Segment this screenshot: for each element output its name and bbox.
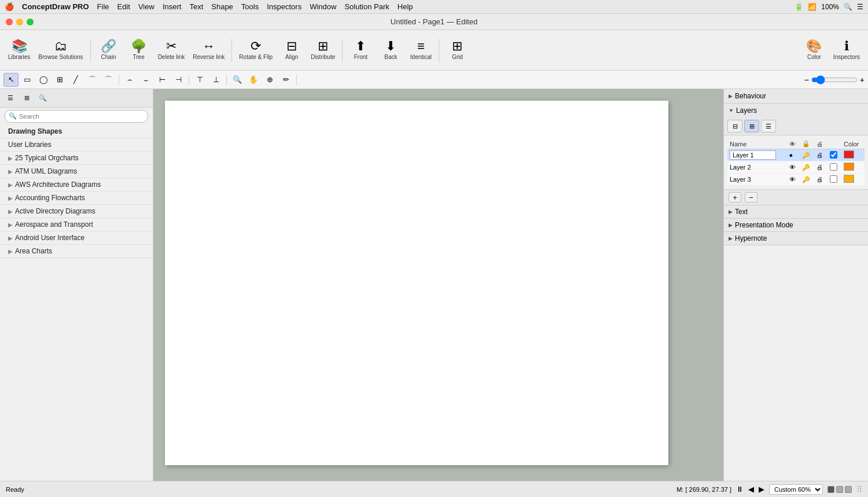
smart-tool-3[interactable]: ⊢ <box>155 73 170 87</box>
layer-2-swatch[interactable] <box>844 163 854 171</box>
layer-1-visible[interactable]: ● <box>787 149 800 161</box>
layer-3-checkbox[interactable] <box>830 175 837 183</box>
library-search-btn[interactable]: 🔍 <box>36 92 50 105</box>
layer-1-checkbox[interactable] <box>830 151 837 159</box>
distribute-button[interactable]: ⊞ Distribute <box>307 38 339 62</box>
zoom-out-icon[interactable]: 🔍 <box>230 73 245 87</box>
reverse-link-button[interactable]: ↔ Reverse link <box>189 38 228 62</box>
menu-shape[interactable]: Shape <box>211 2 233 11</box>
smart-tool-1[interactable]: ⌢ <box>122 73 137 87</box>
sidebar-item-active-dir[interactable]: ▶ Active Directory Diagrams <box>0 205 153 218</box>
menu-view[interactable]: View <box>138 2 155 11</box>
align-button[interactable]: ⊟ Align <box>277 38 306 62</box>
smart-tool-4[interactable]: ⊣ <box>171 73 186 87</box>
library-list-btn[interactable]: ☰ <box>3 92 17 105</box>
layer-3-lock[interactable]: 🔑 <box>800 174 815 186</box>
menu-text[interactable]: Text <box>189 2 203 11</box>
layer-1-lock[interactable]: 🔑 <box>800 149 815 161</box>
layer-3-print[interactable]: 🖨 <box>814 174 827 186</box>
menu-file[interactable]: File <box>97 2 109 11</box>
page-dot-2[interactable] <box>836 486 843 493</box>
sidebar-item-atm-uml[interactable]: ▶ ATM UML Diagrams <box>0 165 153 178</box>
table-tool[interactable]: ⊞ <box>52 73 67 87</box>
layer-view-btn-2[interactable]: ⊞ <box>744 120 759 132</box>
menu-tools[interactable]: Tools <box>241 2 259 11</box>
layer-2-print[interactable]: 🖨 <box>814 161 827 174</box>
maximize-button[interactable] <box>27 19 34 25</box>
libraries-button[interactable]: 📚 Libraries <box>5 38 34 62</box>
library-grid-btn[interactable]: ⊞ <box>20 92 34 105</box>
zoom-select[interactable]: Custom 60% 50% 75% 100% 150% 200% <box>769 484 823 495</box>
apple-menu[interactable]: 🍎 <box>5 2 14 11</box>
layer-1-name-input[interactable] <box>730 150 776 160</box>
grid-button[interactable]: ⊞ Grid <box>443 38 472 62</box>
menu-solution-park[interactable]: Solution Park <box>344 2 389 11</box>
menu-inspectors[interactable]: Inspectors <box>267 2 301 11</box>
layer-3-color[interactable] <box>841 174 865 186</box>
layer-1-swatch[interactable] <box>844 150 854 159</box>
playback-next[interactable]: ▶ <box>759 485 764 494</box>
search-input[interactable] <box>5 110 148 123</box>
extra-tool-2[interactable]: ⊥ <box>208 73 223 87</box>
list-icon[interactable]: ☰ <box>857 3 863 11</box>
menu-window[interactable]: Window <box>310 2 336 11</box>
tree-button[interactable]: 🌳 Tree <box>124 38 153 62</box>
playback-pause[interactable]: ⏸ <box>736 485 744 494</box>
remove-layer-button[interactable]: − <box>745 192 757 203</box>
add-layer-button[interactable]: + <box>729 192 741 203</box>
layer-2-lock[interactable]: 🔑 <box>800 161 815 174</box>
browse-solutions-button[interactable]: 🗂 Browse Solutions <box>35 38 86 62</box>
extra-tool-1[interactable]: ⊤ <box>192 73 207 87</box>
ellipse-tool[interactable]: ◯ <box>36 73 51 87</box>
menu-insert[interactable]: Insert <box>163 2 182 11</box>
identical-button[interactable]: ≡ Identical <box>406 38 435 62</box>
layer-row-3[interactable]: Layer 3 👁 🔑 🖨 <box>727 174 865 186</box>
canvas-area[interactable] <box>153 89 723 481</box>
layer-view-btn-1[interactable]: ⊟ <box>727 120 742 132</box>
hypernote-section[interactable]: ▶ Hypernote <box>724 232 868 245</box>
layer-2-checkbox[interactable] <box>830 163 837 171</box>
layers-header[interactable]: ▼ Layers <box>724 104 868 117</box>
pen-tool[interactable]: ✏ <box>278 73 293 87</box>
playback-prev[interactable]: ◀ <box>748 485 754 494</box>
layer-1-name[interactable] <box>727 149 787 161</box>
canvas-page[interactable] <box>165 101 668 465</box>
close-button[interactable] <box>6 19 13 25</box>
color-button[interactable]: 🎨 Color <box>800 38 829 62</box>
layer-3-swatch[interactable] <box>844 175 854 183</box>
layer-1-print[interactable]: 🖨 <box>814 149 827 161</box>
zoom-slider-input[interactable] <box>811 75 858 84</box>
rotate-flip-button[interactable]: ⟳ Rotate & Flip <box>236 38 276 62</box>
hand-tool[interactable]: ✋ <box>246 73 261 87</box>
layer-2-visible[interactable]: 👁 <box>787 161 800 174</box>
sidebar-item-25-typical[interactable]: ▶ 25 Typical Orgcharts <box>0 152 153 165</box>
sidebar-item-aerospace[interactable]: ▶ Aerospace and Transport <box>0 218 153 231</box>
layer-2-color[interactable] <box>841 161 865 174</box>
sidebar-item-user-libraries[interactable]: User Libraries <box>0 138 153 152</box>
sidebar-item-drawing-shapes[interactable]: Drawing Shapes <box>0 125 153 138</box>
layer-1-color[interactable] <box>841 149 865 161</box>
sidebar-item-android-ui[interactable]: ▶ Android User Interface <box>0 231 153 245</box>
line-tool[interactable]: ╱ <box>68 73 83 87</box>
minimize-button[interactable] <box>16 19 23 25</box>
presentation-section[interactable]: ▶ Presentation Mode <box>724 219 868 232</box>
behaviour-header[interactable]: ▶ Behaviour <box>724 89 868 103</box>
delete-link-button[interactable]: ✂ Delete link <box>155 38 189 62</box>
inspectors-button[interactable]: ℹ Inspectors <box>830 38 863 62</box>
page-dot-3[interactable] <box>845 486 852 493</box>
search-icon-menu[interactable]: 🔍 <box>844 3 852 11</box>
stamp-tool[interactable]: ⊕ <box>262 73 277 87</box>
sidebar-item-accounting[interactable]: ▶ Accounting Flowcharts <box>0 192 153 205</box>
text-section[interactable]: ▶ Text <box>724 205 868 219</box>
chain-button[interactable]: 🔗 Chain <box>94 38 123 62</box>
layer-row-1[interactable]: ● 🔑 🖨 <box>727 149 865 161</box>
page-dot-1[interactable] <box>827 486 834 493</box>
rect-tool[interactable]: ▭ <box>20 73 35 87</box>
layer-3-visible[interactable]: 👁 <box>787 174 800 186</box>
front-button[interactable]: ⬆ Front <box>346 38 375 62</box>
layer-view-btn-3[interactable]: ☰ <box>761 120 776 132</box>
smart-tool-2[interactable]: ⌣ <box>138 73 153 87</box>
sidebar-item-area-charts[interactable]: ▶ Area Charts <box>0 245 153 258</box>
back-button[interactable]: ⬇ Back <box>376 38 405 62</box>
select-tool[interactable]: ↖ <box>3 73 19 87</box>
